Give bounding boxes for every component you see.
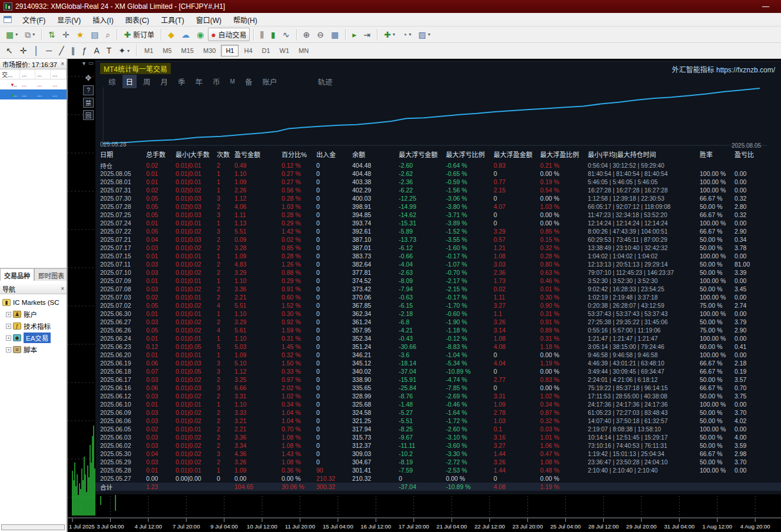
menu-item[interactable]: 图表(C) [120,13,155,26]
community-button[interactable]: ☁ [178,29,193,41]
timeframe-M5[interactable]: M5 [158,45,176,56]
trendline-tool[interactable]: ╱ [56,45,67,56]
tab-即时图表[interactable]: 即时图表 [34,268,67,281]
profiles-button[interactable]: ⧉▾ [22,29,38,41]
sidebar-item-indicators[interactable]: +ƒ技术指标 [2,320,67,332]
strategy-tester-toggle[interactable]: ⌕ [103,29,114,41]
cursor-tool[interactable]: ↖ [3,45,16,56]
panel-minimize-icon[interactable]: ▭ [88,60,94,66]
market-watch-toggle[interactable]: ⇅ [45,29,58,41]
cell: 335.65 [352,384,399,391]
metaeditor-button[interactable]: ◆ [165,29,177,41]
help-icon[interactable]: ? [83,85,94,95]
terminal-toggle[interactable]: ▤ [88,29,101,41]
channel-tool[interactable]: ∥ [68,45,78,56]
timeframe-H1[interactable]: H1 [221,45,239,56]
cell: 2025.07.31 [100,187,146,194]
expand-icon[interactable]: + [6,335,11,341]
cell: 1.19 % [540,483,588,490]
cell: 1.04 % [282,409,316,416]
sidebar-item-expert-advisor[interactable]: +◆EA交易 [2,332,67,344]
table-row: 2025.07.310.020.02|0.0212.260.56 %0402.2… [95,186,781,194]
close-icon[interactable]: × [61,285,64,292]
fibonacci-tool[interactable]: ƒ [80,45,90,56]
bar-chart-toggle[interactable]: ⫼ [257,29,267,41]
data-window-toggle-icon: ✛ [62,31,70,39]
cell: 50.00 % [700,203,734,210]
restore-icon[interactable]: 回 [83,110,94,120]
crosshair-tool[interactable]: ✛ [17,45,30,56]
zoom-out-button[interactable]: ⊖ [314,29,327,41]
cell: 301.41 [352,467,399,474]
signals-button[interactable]: ◉ [194,29,207,41]
navigator-root[interactable]: ▮IC Markets (SC [2,297,67,308]
timeframe-M30[interactable]: M30 [199,45,220,56]
chevron-down-icon[interactable]: ▼ [81,61,87,66]
zoom-in-button[interactable]: ⊕ [300,29,313,41]
timeframe-D1[interactable]: D1 [258,45,274,56]
label-tool[interactable]: T [104,45,115,56]
tile-windows-button[interactable]: ▦ [328,29,342,41]
timeframe-M1[interactable]: M1 [140,45,157,56]
cell: 1 [217,187,234,194]
navigator-toggle[interactable]: ★ [74,29,87,41]
cell: -6.8 [399,318,446,325]
cell: 2.80 [734,203,781,210]
timeframe-M15[interactable]: M15 [177,45,198,56]
expand-icon[interactable]: + [6,324,11,329]
chart-window-icon[interactable] [4,16,12,23]
symbol-row[interactable]: ▼........... [0,79,67,89]
cell: 1.04 % [282,417,316,424]
text-tool[interactable]: A [91,45,102,56]
cell: 2 [217,393,234,400]
cell: 317.94 [352,425,399,433]
autotrade-button[interactable]: ●自动交易 [208,28,249,41]
expand-icon[interactable]: + [6,347,11,353]
cell: 0.03 [146,434,176,441]
strategy-tester-toggle-icon: ⌕ [106,31,111,39]
timeframe-H4[interactable]: H4 [240,45,256,56]
menu-item[interactable]: 插入(I) [87,13,119,26]
cell: 1.09 [234,178,282,185]
timeframe-W1[interactable]: W1 [276,45,294,56]
cell: 0.01|0.02 [176,302,217,309]
disable-icon[interactable]: 禁 [83,98,94,108]
cell: -0.59 % [446,178,494,185]
periods-button[interactable]: ◔▾ [399,29,414,41]
vertical-line-tool[interactable]: │ [31,45,42,56]
timeframe-MN[interactable]: MN [294,45,313,56]
cell: -13.73 [399,236,446,243]
horizontal-line-tool[interactable]: ─ [43,45,55,56]
candlestick-toggle[interactable]: ▮ [268,29,279,41]
tab-交易品种[interactable]: 交易品种 [0,268,34,281]
column-header: 最大浮亏比例 [446,149,494,159]
data-window-toggle[interactable]: ✛ [59,29,72,41]
symbol-row[interactable]: ▲........... [0,89,67,99]
minimize-button[interactable]: — [762,2,769,11]
auto-scroll-toggle[interactable]: ▸ [349,29,359,41]
menu-item[interactable]: 显示(V) [51,13,87,26]
move-icon[interactable]: ✥ [83,73,94,83]
cell: 309.03 [352,450,399,457]
menu-item[interactable]: 工具(T) [155,13,190,26]
line-chart-toggle[interactable]: ∿ [280,29,293,41]
table-row: 2025.06.270.030.01|0.0223.290.92 %0361.2… [95,318,781,326]
indicators-button[interactable]: ✚▾ [381,29,398,41]
sidebar-item-scripts[interactable]: +≡脚本 [2,344,67,355]
new-order-button[interactable]: ✚新订单 [121,28,157,41]
cell: 0.00 % [540,368,588,375]
sidebar-item-accounts[interactable]: +♟账户 [2,308,67,320]
menu-item[interactable]: 文件(F) [16,13,51,26]
chart-shift-toggle[interactable]: ⇥ [360,29,373,41]
chart-area[interactable]: ▼ ▭ ✥?禁回 V0.16 MT4统计每一笔交易 外汇智能指标 https:/… [68,59,781,532]
arrows-tool[interactable]: ✦▾ [115,45,133,56]
cell: 10:14:14 | 12:51:45 | 15:29:17 [588,434,700,441]
cell: 0.03 [146,376,176,383]
bottom-scrollbar[interactable] [1,524,65,530]
menu-item[interactable]: 帮助(H) [227,13,263,26]
templates-button[interactable]: ▨▾ [415,29,433,41]
new-chart-button[interactable]: ▦▾ [3,29,21,41]
close-icon[interactable]: × [61,61,64,67]
menu-item[interactable]: 窗口(W) [190,13,227,26]
expand-icon[interactable]: + [6,312,11,317]
